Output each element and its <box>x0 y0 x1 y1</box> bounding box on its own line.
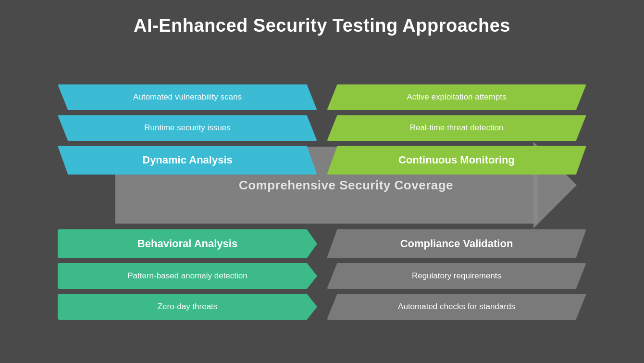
bottom-left-col: Behavioral Analysis Pattern-based anomal… <box>58 191 317 325</box>
top-left-item-1: Runtime security issues <box>58 115 317 141</box>
top-left-col: Automated vulnerability scans Runtime se… <box>58 46 317 179</box>
diagram-area: Comprehensive Security Coverage Automate… <box>58 46 586 325</box>
top-right-item-2: Active exploitation attempts <box>327 84 586 110</box>
top-right-header: Continuous Monitoring <box>327 146 586 175</box>
bottom-left-item-2: Zero-day threats <box>58 294 317 320</box>
bottom-left-header: Behavioral Analysis <box>58 229 317 258</box>
bottom-left-item-1: Pattern-based anomaly detection <box>58 263 317 289</box>
bottom-right-header: Compliance Validation <box>327 229 586 258</box>
bottom-right-col: Compliance Validation Regulatory require… <box>327 191 586 325</box>
slide: AI-Enhanced Security Testing Approaches … <box>0 0 644 363</box>
top-section: Automated vulnerability scans Runtime se… <box>58 46 586 179</box>
top-right-item-1: Real-time threat detection <box>327 115 586 141</box>
top-left-header: Dynamic Analysis <box>58 146 317 175</box>
bottom-right-item-1: Regulatory requirements <box>327 263 586 289</box>
top-left-item-2: Automated vulnerability scans <box>58 84 317 110</box>
top-right-col: Active exploitation attempts Real-time t… <box>327 46 586 179</box>
bottom-right-item-2: Automated checks for standards <box>327 294 586 320</box>
bottom-section: Behavioral Analysis Pattern-based anomal… <box>58 191 586 325</box>
page-title: AI-Enhanced Security Testing Approaches <box>134 15 510 36</box>
